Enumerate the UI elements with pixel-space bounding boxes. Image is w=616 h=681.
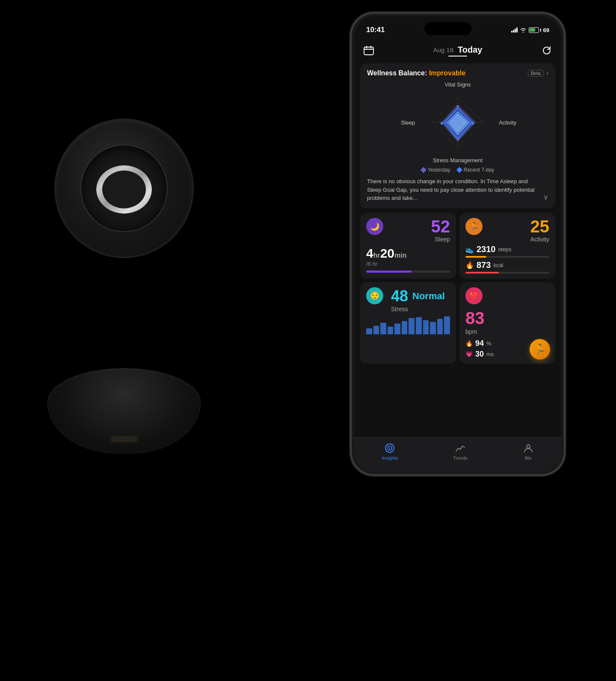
steps-icon: 👟: [465, 245, 474, 253]
trends-icon: [455, 443, 466, 454]
legend-yesterday: Yesterday: [421, 167, 450, 173]
hrv-icon: 💗: [465, 351, 473, 357]
spo2-icon: 🔥: [465, 340, 473, 347]
stress-card[interactable]: 😌 48 Normal Stress: [360, 282, 456, 364]
refresh-icon[interactable]: [541, 45, 553, 57]
bar-5: [394, 324, 400, 334]
smart-ring: [96, 165, 152, 214]
stress-value-row: 48 Normal: [391, 287, 450, 305]
tab-me[interactable]: Me: [523, 443, 534, 461]
wellness-status: Improvable: [429, 69, 465, 77]
sleep-card[interactable]: 🌙 52 Sleep 4hr20min /8 hr: [360, 213, 456, 279]
sleep-score-area: 52 Sleep: [388, 218, 450, 243]
hr-unit: bpm: [465, 328, 477, 335]
nav-date: Aug 18: [433, 46, 454, 54]
wellness-chevron[interactable]: ›: [546, 69, 548, 77]
wellness-title-row: Wellness Balance: Improvable: [367, 69, 465, 77]
stress-value-area: 48 Normal Stress: [388, 287, 450, 313]
steps-value: 2310: [477, 244, 496, 254]
bar-4: [388, 327, 394, 334]
bar-6: [402, 321, 408, 334]
radar-label-sleep: Sleep: [396, 119, 420, 126]
wifi-icon: [520, 27, 527, 33]
wellness-title: Wellness Balance:: [367, 69, 427, 77]
kcal-unit: kcal: [493, 262, 503, 268]
signal-icon: [511, 27, 518, 33]
sleep-hr-unit: hr: [373, 252, 380, 259]
stress-icon: 😌: [370, 291, 379, 300]
steps-progress-bar: [465, 256, 549, 258]
steps-bar-fill: [465, 256, 486, 258]
bar-9: [423, 320, 429, 334]
wellness-expand-icon[interactable]: ∨: [543, 192, 548, 202]
ring-case-lid: [56, 120, 192, 257]
radar-middle-row: Sleep: [367, 90, 548, 155]
wellness-header: Wellness Balance: Improvable Beta ›: [367, 69, 548, 77]
radar-label-activity: Activity: [496, 119, 519, 126]
metrics-grid: 🌙 52 Sleep 4hr20min /8 hr: [360, 213, 555, 364]
hr-icon-circle: ❤️: [465, 287, 483, 304]
activity-card[interactable]: 🏃 25 Activity 👟 2310 steps: [459, 213, 555, 279]
wellness-card[interactable]: Wellness Balance: Improvable Beta › Vita…: [360, 63, 555, 208]
sleep-bar-fill: [366, 271, 412, 273]
battery-icon: [529, 27, 541, 33]
sleep-score: 52: [431, 218, 450, 235]
legend-7day-label: Recent 7-day: [464, 167, 494, 173]
bar-3: [380, 323, 386, 334]
radar-label-stress: Stress Management: [433, 157, 483, 164]
activity-fab-icon: 🏃: [534, 344, 546, 355]
activity-icon: 🏃: [469, 222, 479, 231]
ring-case-inner: [81, 146, 167, 231]
tab-trends[interactable]: Trends: [453, 443, 468, 461]
hrv-value: 30: [475, 350, 484, 359]
nav-header: Aug 18 Today: [354, 41, 561, 62]
kcal-icon: 🔥: [465, 261, 474, 269]
bar-2: [373, 326, 379, 334]
status-time: 10:41: [366, 26, 385, 34]
heart-rate-card[interactable]: ❤️ 83 bpm 🔥 94 % 💗: [459, 282, 555, 364]
stress-label: Stress: [391, 306, 408, 312]
beta-badge: Beta: [528, 70, 544, 77]
activity-label: Activity: [530, 236, 549, 243]
stress-status: Normal: [412, 291, 445, 302]
smart-ring-device: [34, 120, 214, 454]
radar-label-vital-signs: Vital Signs: [444, 81, 471, 88]
activity-card-header: 🏃 25 Activity: [465, 218, 549, 243]
sleep-icon-circle: 🌙: [366, 218, 383, 235]
svg-rect-0: [364, 47, 373, 55]
tab-insights-label: Insights: [382, 455, 398, 461]
sleep-goal: /8 hr: [366, 261, 450, 267]
sleep-label: Sleep: [435, 236, 450, 243]
radar-chart: Vital Signs Sleep: [367, 81, 548, 173]
status-bar: 10:41: [354, 16, 561, 41]
phone-screen: 10:41: [354, 16, 561, 472]
stress-bar-chart: [366, 313, 450, 334]
steps-row: 👟 2310 steps: [465, 244, 549, 254]
steps-unit: steps: [498, 246, 512, 253]
sleep-hours: 4: [366, 246, 373, 260]
battery-percent: 69: [543, 27, 549, 33]
tab-insights[interactable]: Insights: [382, 443, 398, 461]
ring-charging-base: [47, 368, 201, 454]
wellness-beta-area: Beta ›: [528, 69, 548, 77]
insights-icon: [384, 443, 395, 454]
activity-score: 25: [530, 218, 550, 235]
nav-title: Today: [458, 45, 482, 55]
dynamic-island: [424, 22, 471, 35]
tab-me-label: Me: [525, 455, 531, 461]
stress-icon-circle: 😌: [366, 287, 383, 304]
legend-yesterday-label: Yesterday: [428, 167, 450, 173]
bar-1: [366, 328, 372, 334]
activity-fab-button[interactable]: 🏃: [530, 339, 550, 360]
kcal-bar-fill: [465, 272, 499, 274]
bar-7: [409, 318, 415, 334]
phone-frame: 10:41: [351, 13, 565, 475]
hr-card-header: ❤️: [465, 287, 549, 307]
sleep-progress-bar: [366, 271, 450, 273]
phone-mockup: 10:41: [351, 13, 565, 668]
radar-svg: [426, 90, 490, 155]
spo2-unit: %: [486, 340, 492, 347]
calendar-icon[interactable]: [363, 45, 375, 57]
kcal-row: 🔥 873 kcal: [465, 260, 549, 270]
sleep-card-header: 🌙 52 Sleep: [366, 218, 450, 243]
